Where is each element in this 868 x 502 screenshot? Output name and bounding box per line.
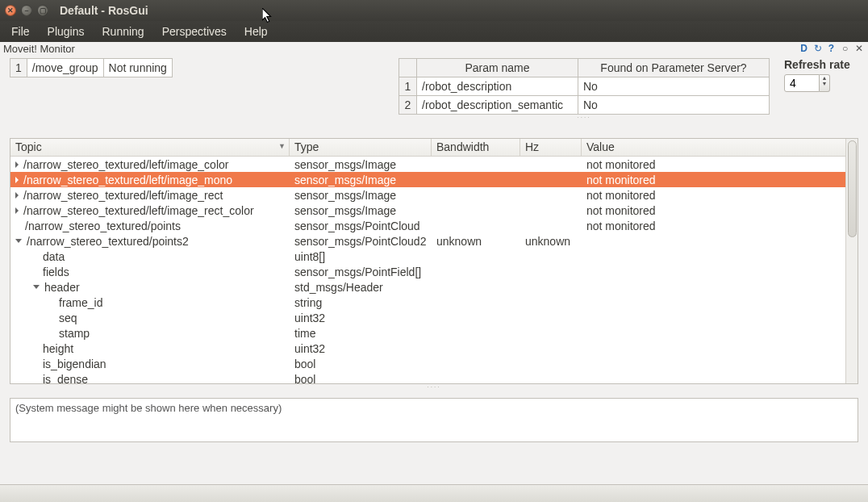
col-topic[interactable]: Topic▼ bbox=[10, 139, 290, 156]
col-bandwidth[interactable]: Bandwidth bbox=[432, 139, 520, 156]
refresh-rate-input[interactable] bbox=[784, 74, 820, 92]
node-status: Not running bbox=[103, 59, 172, 77]
dock-title-label: Moveit! Monitor bbox=[3, 43, 75, 55]
spin-down-button[interactable]: ▼ bbox=[820, 81, 829, 86]
node-idx: 1 bbox=[10, 59, 27, 77]
topic-type-cell: sensor_msgs/Image bbox=[290, 189, 432, 202]
topic-hz-cell: unknown bbox=[520, 235, 582, 248]
topic-row[interactable]: sequint32 bbox=[10, 310, 845, 325]
topic-value-cell: not monitored bbox=[582, 204, 840, 217]
topic-type-cell: std_msgs/Header bbox=[290, 281, 432, 294]
param-row[interactable]: 2 /robot_description_semantic No bbox=[399, 96, 770, 115]
topic-value-cell: not monitored bbox=[582, 189, 840, 202]
param-idx: 2 bbox=[399, 96, 417, 115]
topic-row[interactable]: /narrow_stereo_textured/left/image_color… bbox=[10, 157, 845, 172]
dock-close-icon[interactable]: ✕ bbox=[853, 43, 865, 55]
topic-row[interactable]: headerstd_msgs/Header bbox=[10, 279, 845, 295]
topics-panel: Topic▼ Type Bandwidth Hz Value /narrow_s… bbox=[10, 138, 858, 384]
topic-name-cell: height bbox=[10, 342, 290, 355]
topic-row[interactable]: is_densebool bbox=[10, 371, 845, 383]
param-name-header[interactable]: Param name bbox=[417, 59, 578, 77]
topic-name-cell: data bbox=[10, 250, 290, 263]
col-value[interactable]: Value bbox=[582, 139, 840, 156]
topic-type-cell: bool bbox=[290, 358, 432, 370]
collapse-caret-icon[interactable] bbox=[33, 285, 40, 289]
spin-up-button[interactable]: ▲ bbox=[820, 75, 829, 81]
topic-row[interactable]: /narrow_stereo_textured/left/image_rects… bbox=[10, 187, 845, 203]
menu-plugins[interactable]: Plugins bbox=[48, 25, 85, 38]
expand-caret-icon[interactable] bbox=[15, 192, 19, 199]
window-title: Default - RosGui bbox=[60, 4, 148, 17]
params-table[interactable]: Param name Found on Parameter Server? 1 … bbox=[399, 58, 770, 115]
topic-type-cell: sensor_msgs/PointField[] bbox=[290, 266, 432, 278]
refresh-rate-label: Refresh rate bbox=[784, 58, 850, 71]
node-row[interactable]: 1 /move_group Not running bbox=[10, 59, 173, 77]
topic-name-cell: /narrow_stereo_textured/left/image_rect bbox=[10, 189, 290, 202]
topic-name-cell: stamp bbox=[10, 327, 290, 340]
menu-perspectives[interactable]: Perspectives bbox=[162, 25, 227, 38]
window-close-button[interactable]: ✕ bbox=[5, 5, 16, 16]
topic-row[interactable]: /narrow_stereo_textured/left/image_monos… bbox=[10, 172, 845, 187]
topic-type-cell: sensor_msgs/Image bbox=[290, 174, 432, 186]
expand-caret-icon[interactable] bbox=[15, 161, 19, 168]
topic-type-cell: sensor_msgs/Image bbox=[290, 158, 432, 171]
menu-file[interactable]: File bbox=[11, 25, 30, 38]
expand-caret-icon[interactable] bbox=[15, 207, 19, 214]
scrollbar-thumb[interactable] bbox=[848, 140, 857, 237]
topic-row[interactable]: /narrow_stereo_textured/pointssensor_msg… bbox=[10, 218, 845, 233]
nodes-table[interactable]: 1 /move_group Not running bbox=[10, 58, 173, 77]
topic-row[interactable]: datauint8[] bbox=[10, 249, 845, 264]
topic-row[interactable]: /narrow_stereo_textured/points2sensor_ms… bbox=[10, 233, 845, 249]
topic-value-cell: not monitored bbox=[582, 174, 840, 186]
window-maximize-button[interactable]: ▢ bbox=[37, 5, 48, 16]
topic-bw-cell: unknown bbox=[432, 235, 520, 248]
topic-row[interactable]: /narrow_stereo_textured/left/image_rect_… bbox=[10, 203, 845, 218]
topic-name-cell: /narrow_stereo_textured/left/image_rect_… bbox=[10, 204, 290, 217]
topic-type-cell: bool bbox=[290, 373, 432, 384]
splitter-grip[interactable] bbox=[10, 384, 858, 390]
statusbar bbox=[0, 484, 868, 502]
topic-type-cell: sensor_msgs/PointCloud bbox=[290, 220, 432, 232]
topic-type-cell: sensor_msgs/Image bbox=[290, 204, 432, 217]
topic-name-cell: /narrow_stereo_textured/points2 bbox=[10, 235, 290, 248]
topic-row[interactable]: heightuint32 bbox=[10, 341, 845, 356]
menu-running[interactable]: Running bbox=[102, 25, 144, 38]
param-name: /robot_description_semantic bbox=[417, 96, 578, 115]
topic-type-cell: uint32 bbox=[290, 312, 432, 324]
collapse-caret-icon[interactable] bbox=[15, 239, 22, 243]
dock-help-icon[interactable]: ? bbox=[825, 43, 837, 55]
expand-caret-icon[interactable] bbox=[15, 177, 19, 183]
param-found-header[interactable]: Found on Parameter Server? bbox=[578, 59, 770, 77]
topic-row[interactable]: fieldssensor_msgs/PointField[] bbox=[10, 264, 845, 279]
dropdown-icon[interactable]: ▼ bbox=[278, 142, 286, 150]
col-hz[interactable]: Hz bbox=[520, 139, 582, 156]
splitter-grip[interactable] bbox=[399, 115, 770, 120]
topic-value-cell: not monitored bbox=[582, 220, 840, 232]
topic-type-cell: time bbox=[290, 327, 432, 340]
window-minimize-button[interactable]: – bbox=[21, 5, 32, 16]
topic-name-cell: /narrow_stereo_textured/left/image_mono bbox=[10, 174, 290, 186]
topic-name-cell: /narrow_stereo_textured/left/image_color bbox=[10, 158, 290, 171]
dock-circle-icon[interactable]: ○ bbox=[839, 43, 851, 55]
topics-header-row: Topic▼ Type Bandwidth Hz Value bbox=[10, 139, 845, 157]
system-message-area: (System message might be shown here when… bbox=[10, 398, 858, 442]
dock-reload-icon[interactable]: ↻ bbox=[812, 43, 824, 55]
topic-row[interactable]: frame_idstring bbox=[10, 295, 845, 310]
topic-name-cell: /narrow_stereo_textured/points bbox=[10, 220, 290, 232]
dock-d-icon[interactable]: D bbox=[798, 43, 810, 55]
col-type[interactable]: Type bbox=[290, 139, 432, 156]
param-row[interactable]: 1 /robot_description No bbox=[399, 77, 770, 96]
system-message-text: (System message might be shown here when… bbox=[15, 402, 282, 414]
refresh-rate-spinbox[interactable]: ▲ ▼ bbox=[784, 74, 850, 92]
param-found: No bbox=[578, 96, 770, 115]
topic-type-cell: uint32 bbox=[290, 342, 432, 355]
topic-row[interactable]: stamptime bbox=[10, 325, 845, 341]
vertical-scrollbar[interactable] bbox=[845, 139, 858, 383]
topic-row[interactable]: is_bigendianbool bbox=[10, 356, 845, 371]
menu-help[interactable]: Help bbox=[244, 25, 268, 38]
param-name: /robot_description bbox=[417, 77, 578, 96]
node-name: /move_group bbox=[27, 59, 103, 77]
topic-name-cell: fields bbox=[10, 266, 290, 278]
window-titlebar: ✕ – ▢ Default - RosGui bbox=[0, 0, 868, 21]
topic-name-cell: is_dense bbox=[10, 373, 290, 384]
